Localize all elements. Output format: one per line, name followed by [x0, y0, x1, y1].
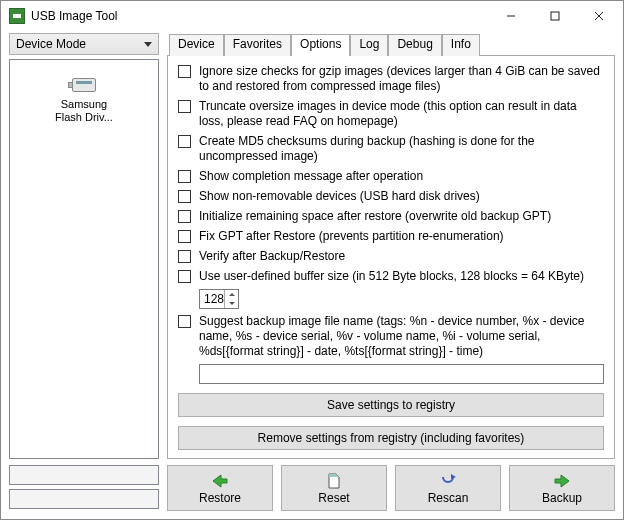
tabs-row: Device Favorites Options Log Debug Info: [167, 33, 615, 55]
checkbox-verify[interactable]: [178, 250, 191, 263]
checkbox-truncate[interactable]: [178, 100, 191, 113]
minimize-button[interactable]: [489, 2, 533, 30]
reset-button[interactable]: Reset: [281, 465, 387, 511]
status-box-lower: [9, 489, 159, 509]
titlebar: USB Image Tool: [1, 1, 623, 31]
option-label: Use user-defined buffer size (in 512 Byt…: [199, 269, 604, 284]
device-mode-label: Device Mode: [16, 37, 86, 51]
remove-settings-button[interactable]: Remove settings from registry (including…: [178, 426, 604, 450]
buffer-size-value: 128: [200, 292, 224, 306]
options-pane: Ignore size checks for gzip images (devi…: [167, 55, 615, 459]
option-label: Fix GPT after Restore (prevents partitio…: [199, 229, 604, 244]
backup-button[interactable]: Backup: [509, 465, 615, 511]
chevron-down-icon: [144, 42, 152, 47]
option-label: Initialize remaining space after restore…: [199, 209, 604, 224]
option-label: Show completion message after operation: [199, 169, 604, 184]
tab-log[interactable]: Log: [350, 34, 388, 56]
device-list[interactable]: Samsung Flash Driv...: [9, 59, 159, 459]
save-settings-button[interactable]: Save settings to registry: [178, 393, 604, 417]
checkbox-completion[interactable]: [178, 170, 191, 183]
status-box-upper: [9, 465, 159, 485]
tab-device[interactable]: Device: [169, 34, 224, 56]
device-label: Samsung Flash Driv...: [16, 98, 152, 124]
arrow-right-icon: [552, 472, 572, 490]
tab-favorites[interactable]: Favorites: [224, 34, 291, 56]
option-label: Ignore size checks for gzip images (devi…: [199, 64, 604, 94]
filename-template-input[interactable]: [199, 364, 604, 384]
app-icon: [9, 8, 25, 24]
tab-options[interactable]: Options: [291, 34, 350, 56]
checkbox-initialize[interactable]: [178, 210, 191, 223]
spinner-down-icon[interactable]: [224, 299, 238, 308]
option-label: Create MD5 checksums during backup (hash…: [199, 134, 604, 164]
tab-info[interactable]: Info: [442, 34, 480, 56]
spinner-up-icon[interactable]: [224, 290, 238, 299]
restore-button[interactable]: Restore: [167, 465, 273, 511]
option-label: Show non-removable devices (USB hard dis…: [199, 189, 604, 204]
checkbox-md5[interactable]: [178, 135, 191, 148]
svg-rect-0: [13, 14, 21, 18]
svg-rect-2: [551, 12, 559, 20]
window-title: USB Image Tool: [31, 9, 489, 23]
checkbox-suggest-name[interactable]: [178, 315, 191, 328]
device-item[interactable]: Samsung Flash Driv...: [16, 66, 152, 128]
checkbox-nonremovable[interactable]: [178, 190, 191, 203]
close-button[interactable]: [577, 2, 621, 30]
tab-debug[interactable]: Debug: [388, 34, 441, 56]
refresh-icon: [438, 472, 458, 490]
option-label: Suggest backup image file name (tags: %n…: [199, 314, 604, 359]
option-label: Truncate oversize images in device mode …: [199, 99, 604, 129]
device-mode-dropdown[interactable]: Device Mode: [9, 33, 159, 55]
buffer-size-spinner[interactable]: 128: [199, 289, 239, 309]
usb-drive-icon: [68, 70, 100, 96]
document-icon: [324, 472, 344, 490]
checkbox-buffer[interactable]: [178, 270, 191, 283]
rescan-button[interactable]: Rescan: [395, 465, 501, 511]
arrow-left-icon: [210, 472, 230, 490]
checkbox-ignore-size[interactable]: [178, 65, 191, 78]
option-label: Verify after Backup/Restore: [199, 249, 604, 264]
maximize-button[interactable]: [533, 2, 577, 30]
checkbox-fixgpt[interactable]: [178, 230, 191, 243]
